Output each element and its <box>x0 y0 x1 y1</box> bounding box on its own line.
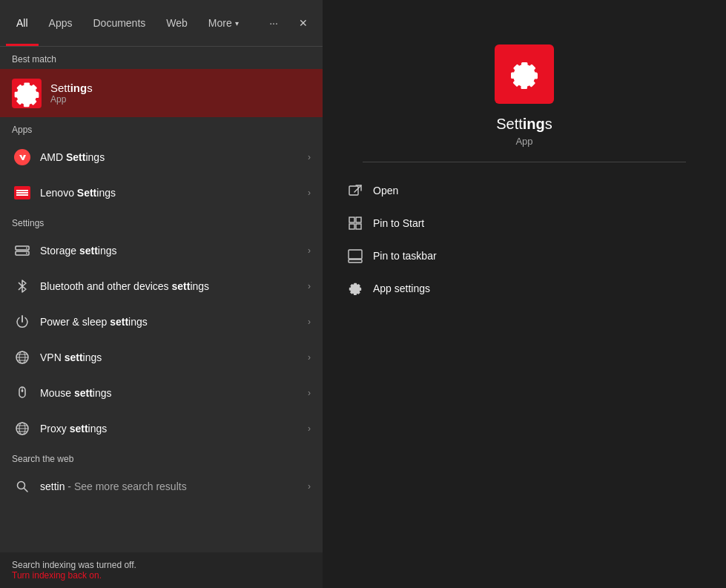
list-item-proxy[interactable]: Proxy settings › <box>0 411 323 446</box>
right-panel: Settings App Open <box>323 0 726 588</box>
action-list: Open Pin to Start <box>323 174 726 305</box>
list-item-mouse[interactable]: Mouse settings › <box>0 375 323 411</box>
chevron-down-icon: ▾ <box>235 19 239 27</box>
best-match-item[interactable]: Settings App <box>0 69 323 117</box>
ellipsis-icon: ··· <box>269 17 278 29</box>
index-message: Search indexing was turned off. <box>12 560 311 570</box>
svg-rect-24 <box>349 224 354 229</box>
lenovo-badge <box>14 186 30 199</box>
search-icon <box>12 476 33 497</box>
tab-apps-label: Apps <box>49 17 73 29</box>
action-pin-start[interactable]: Pin to Start <box>337 207 711 240</box>
app-name-suffix: s <box>545 116 552 132</box>
amd-badge <box>14 149 30 165</box>
search-web-item[interactable]: settin - See more search results › <box>0 469 323 504</box>
action-app-settings-label: App settings <box>373 283 430 294</box>
search-web-text: settin - See more search results <box>40 480 308 492</box>
amd-icon <box>12 147 33 168</box>
power-icon <box>12 311 33 332</box>
gear-icon-large <box>508 58 541 90</box>
proxy-settings-text: Proxy settings <box>40 423 308 435</box>
app-type: App <box>515 136 532 147</box>
chevron-right-icon-lenovo: › <box>308 188 311 198</box>
lenovo-icon <box>12 182 33 203</box>
best-match-title: Settings <box>50 82 93 94</box>
open-svg-icon <box>348 183 363 198</box>
chevron-right-icon-bluetooth: › <box>308 281 311 291</box>
tabs-bar: All Apps Documents Web More ▾ ··· ✕ <box>0 0 323 47</box>
power-settings-text: Power & sleep settings <box>40 316 308 328</box>
pin-taskbar-svg-icon <box>348 248 363 263</box>
list-item-bluetooth[interactable]: Bluetooth and other devices settings › <box>0 268 323 304</box>
vpn-icon <box>12 347 33 368</box>
chevron-right-icon: › <box>308 152 311 162</box>
amd-logo-icon <box>16 151 29 164</box>
lenovo-settings-text: Lenovo Settings <box>40 187 308 199</box>
bluetooth-settings-text: Bluetooth and other devices settings <box>40 280 308 292</box>
tab-documents-label: Documents <box>93 17 145 29</box>
pin-start-svg-icon <box>348 216 363 231</box>
index-link[interactable]: Turn indexing back on. <box>12 570 311 581</box>
tab-all-label: All <box>16 17 28 29</box>
close-button[interactable]: ✕ <box>290 10 317 36</box>
svg-rect-23 <box>356 217 361 222</box>
action-pin-taskbar-label: Pin to taskbar <box>373 250 437 262</box>
vpn-settings-text: VPN settings <box>40 351 308 363</box>
bluetooth-icon <box>12 276 33 297</box>
chevron-right-icon-proxy: › <box>308 423 311 434</box>
gear-icon <box>12 77 42 110</box>
storage-svg-icon <box>14 242 30 259</box>
tab-web-label: Web <box>166 17 188 29</box>
tab-more-label: More <box>208 17 232 29</box>
settings-section-label: Settings <box>0 211 323 233</box>
app-name-prefix: Sett <box>496 116 523 132</box>
svg-rect-20 <box>349 186 358 195</box>
close-icon: ✕ <box>299 17 308 29</box>
list-item-lenovo[interactable]: Lenovo Settings › <box>0 175 323 211</box>
pin-taskbar-icon <box>346 247 364 265</box>
list-item-power[interactable]: Power & sleep settings › <box>0 304 323 340</box>
svg-rect-22 <box>349 217 354 222</box>
app-settings-icon <box>346 280 364 297</box>
mouse-icon <box>12 383 33 403</box>
svg-rect-25 <box>356 224 361 229</box>
settings-app-icon <box>12 79 42 108</box>
search-web-label: Search the web <box>0 446 323 469</box>
app-name-bold: ing <box>523 116 545 132</box>
proxy-svg-icon <box>14 420 30 437</box>
bluetooth-svg-icon <box>14 278 30 294</box>
app-name-large: Settings <box>496 116 552 133</box>
tab-apps[interactable]: Apps <box>39 0 83 46</box>
best-match-text: Settings App <box>50 82 93 105</box>
mouse-svg-icon <box>14 385 30 401</box>
open-icon <box>346 182 364 199</box>
chevron-right-icon-vpn: › <box>308 352 311 363</box>
search-desc: - See more search results <box>65 480 186 492</box>
action-app-settings[interactable]: App settings <box>337 272 711 305</box>
tab-web[interactable]: Web <box>156 0 198 46</box>
apps-section-label: Apps <box>0 117 323 139</box>
action-open[interactable]: Open <box>337 174 711 207</box>
action-pin-start-label: Pin to Start <box>373 217 424 229</box>
action-open-label: Open <box>373 185 398 196</box>
ellipsis-button[interactable]: ··· <box>260 10 287 36</box>
tab-more[interactable]: More ▾ <box>198 0 249 46</box>
list-item-storage[interactable]: Storage settings › <box>0 233 323 268</box>
chevron-right-icon-mouse: › <box>308 388 311 398</box>
chevron-right-icon-search: › <box>308 481 311 492</box>
tab-documents[interactable]: Documents <box>82 0 156 46</box>
best-match-label: Best match <box>0 47 323 69</box>
pin-start-icon <box>346 214 364 232</box>
svg-rect-26 <box>349 250 362 259</box>
footer: Search indexing was turned off. Turn ind… <box>0 552 323 588</box>
left-panel: All Apps Documents Web More ▾ ··· ✕ <box>0 0 323 588</box>
power-svg-icon <box>14 314 30 330</box>
tab-all[interactable]: All <box>6 0 39 46</box>
app-settings-gear-icon <box>348 281 363 296</box>
svg-line-19 <box>24 489 28 492</box>
svg-point-12 <box>22 390 24 392</box>
list-item-vpn[interactable]: VPN settings › <box>0 340 323 375</box>
search-query: settin <box>40 480 65 492</box>
list-item-amd[interactable]: AMD Settings › <box>0 139 323 175</box>
action-pin-taskbar[interactable]: Pin to taskbar <box>337 240 711 272</box>
